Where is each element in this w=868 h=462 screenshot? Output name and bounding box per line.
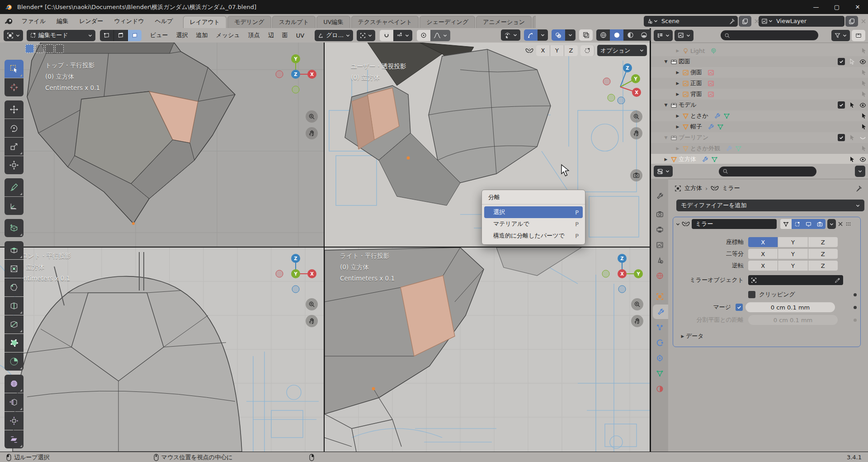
hide-icon[interactable]	[859, 156, 866, 163]
gizmos-dropdown[interactable]	[538, 29, 548, 41]
show-in-edit-mode-toggle[interactable]	[792, 219, 803, 229]
tab-material[interactable]	[651, 381, 668, 396]
outliner-row-back[interactable]: ▶ 背面	[651, 89, 868, 100]
collection-checkbox[interactable]	[838, 134, 845, 141]
menu-mesh[interactable]: メッシュ	[212, 31, 244, 39]
selectable-icon[interactable]	[861, 69, 867, 76]
viewport-right[interactable]: ライト・平行投影 (0) 立方体 Centimeters x 0.1 Z Y X	[325, 248, 650, 452]
pan-hand-button[interactable]	[306, 315, 318, 327]
expander-icon[interactable]: ▶	[675, 124, 681, 129]
delete-modifier-icon[interactable]	[838, 221, 843, 227]
merge-threshold-field[interactable]: 0 cm 0.1 mm	[745, 302, 835, 312]
expander-icon[interactable]: ▶	[675, 81, 681, 86]
menu-window[interactable]: ウィンドウ	[108, 17, 150, 25]
breadcrumb-object[interactable]: 立方体	[684, 184, 702, 192]
navigation-gizmo[interactable]: Z Y X	[601, 61, 643, 104]
merge-checkbox[interactable]	[736, 304, 743, 311]
menu-add[interactable]: 追加	[192, 31, 212, 39]
menu-edit[interactable]: 編集	[51, 17, 74, 25]
tool-extrude-region[interactable]	[5, 241, 24, 259]
mode-dropdown[interactable]: 編集モード	[27, 30, 95, 41]
minimize-button[interactable]: —	[806, 0, 826, 14]
selectable-icon[interactable]	[861, 91, 867, 97]
tool-annotate[interactable]	[5, 178, 24, 196]
pivot-point-dropdown[interactable]	[357, 30, 375, 41]
expander-icon[interactable]: ▼	[663, 59, 669, 64]
flip-y-button[interactable]: Y	[778, 261, 808, 271]
axis-y-button[interactable]: Y	[778, 237, 808, 247]
tool-measure[interactable]	[5, 197, 24, 215]
modifier-name-field[interactable]: ミラー	[692, 219, 777, 229]
selectable-icon[interactable]	[861, 124, 867, 130]
rendered-shading-button[interactable]	[637, 29, 651, 41]
outliner-row-side[interactable]: ▶ 側面	[651, 67, 868, 78]
properties-options-dropdown[interactable]	[855, 166, 865, 177]
zoom-button[interactable]	[631, 298, 643, 310]
tab-object[interactable]	[651, 289, 668, 304]
blender-app-menu-icon[interactable]	[4, 16, 14, 26]
flip-x-button[interactable]: X	[748, 261, 778, 271]
maximize-button[interactable]: ▢	[826, 0, 847, 14]
select-subtract-icon[interactable]	[45, 44, 54, 53]
tab-scene[interactable]	[651, 253, 668, 267]
axis-z-button[interactable]: Z	[808, 237, 838, 247]
tool-add-cube[interactable]	[5, 219, 24, 237]
outliner-row-collection-model[interactable]: ▼ モデル	[651, 100, 868, 110]
mirror-y-button[interactable]: Y	[550, 45, 564, 56]
tab-render[interactable]	[651, 207, 668, 221]
tool-rotate[interactable]	[5, 119, 24, 137]
proportional-size-button[interactable]	[580, 45, 594, 56]
zoom-button[interactable]	[630, 110, 642, 123]
menu-view[interactable]: ビュー	[146, 31, 172, 39]
show-in-render-toggle[interactable]	[814, 219, 826, 229]
selectable-icon[interactable]	[849, 134, 855, 141]
zoom-button[interactable]	[306, 110, 318, 123]
camera-view-button[interactable]	[630, 169, 642, 181]
tool-select-box[interactable]	[5, 60, 24, 78]
menu-file[interactable]: ファイル	[16, 17, 51, 25]
drag-handle-icon[interactable]	[845, 221, 852, 228]
hide-icon[interactable]	[859, 102, 866, 109]
hide-icon[interactable]	[859, 134, 866, 141]
tab-texture-paint[interactable]: テクスチャペイント	[351, 16, 419, 28]
tab-layout[interactable]: レイアウト	[183, 16, 227, 28]
decorator-dot[interactable]	[854, 306, 857, 309]
snap-toggle[interactable]	[380, 30, 393, 41]
snap-target-dropdown[interactable]	[393, 30, 412, 41]
tab-uv-editing[interactable]: UV編集	[316, 16, 350, 28]
material-preview-button[interactable]	[623, 29, 637, 41]
proportional-edit-toggle[interactable]	[417, 30, 430, 41]
select-intersect-icon[interactable]	[55, 44, 64, 53]
tool-inset-faces[interactable]	[5, 260, 24, 278]
selectable-icon[interactable]	[849, 102, 855, 108]
navigation-gizmo[interactable]: Z Y X	[601, 250, 643, 294]
viewlayer-selector[interactable]: ViewLayer	[759, 16, 844, 27]
subpanel-expander-icon[interactable]: ▶	[679, 334, 686, 338]
properties-editor-type-button[interactable]	[654, 166, 673, 177]
outliner-row-collection-boolean[interactable]: ▼ ブーリアン	[651, 132, 868, 143]
outliner-editor-type-button[interactable]	[654, 30, 673, 41]
tab-view-layer[interactable]	[651, 238, 668, 252]
pin-icon[interactable]	[729, 18, 735, 24]
select-extend-icon[interactable]	[35, 44, 44, 53]
bisect-x-button[interactable]: X	[748, 249, 778, 259]
menu-select[interactable]: 選択	[172, 31, 192, 39]
outliner-row-light[interactable]: ▶ Light	[651, 45, 868, 56]
outliner-row-boushi[interactable]: ▶ 帽子	[651, 121, 868, 132]
tab-sculpting[interactable]: スカルプト	[272, 16, 316, 28]
eyedropper-icon[interactable]	[835, 277, 840, 283]
tool-loop-cut[interactable]	[5, 297, 24, 315]
modifier-extras-dropdown[interactable]	[827, 219, 836, 229]
tab-modeling[interactable]: モデリング	[227, 16, 271, 28]
solid-shading-button[interactable]	[610, 29, 623, 41]
mirror-z-button[interactable]: Z	[564, 45, 578, 56]
selectable-icon[interactable]	[849, 58, 855, 65]
options-dropdown[interactable]: オプション	[597, 45, 647, 56]
menu-item-by-loose-parts[interactable]: 構造的に分離したパーツで P	[484, 230, 583, 242]
selectable-icon[interactable]	[861, 113, 867, 119]
tab-particles[interactable]	[651, 320, 668, 334]
collapse-chevron-icon[interactable]	[676, 222, 680, 226]
decorator-dot[interactable]	[854, 319, 857, 322]
expander-icon[interactable]: ▼	[663, 103, 669, 107]
tab-output[interactable]	[651, 222, 668, 237]
